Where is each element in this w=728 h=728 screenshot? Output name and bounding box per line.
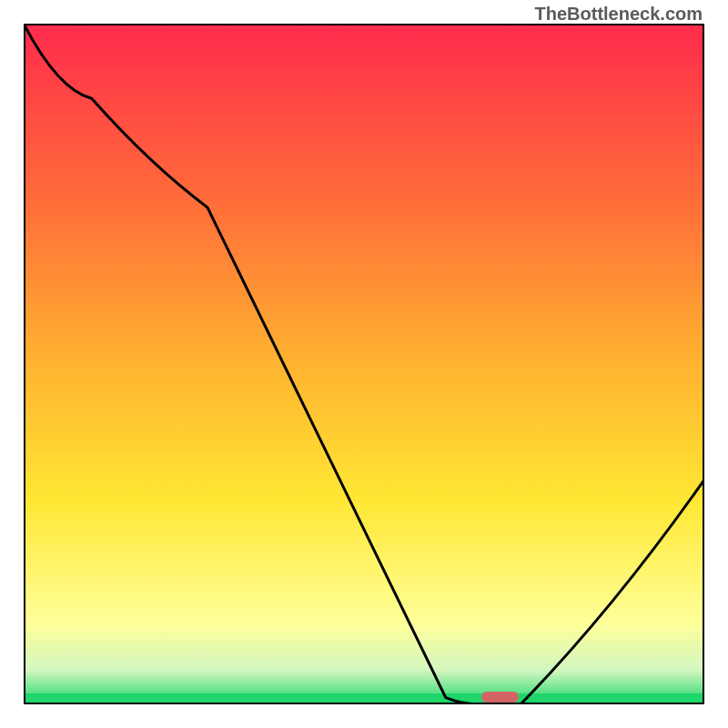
watermark-text: TheBottleneck.com xyxy=(535,4,703,25)
plot-border xyxy=(24,24,704,704)
plot-area xyxy=(24,24,704,704)
